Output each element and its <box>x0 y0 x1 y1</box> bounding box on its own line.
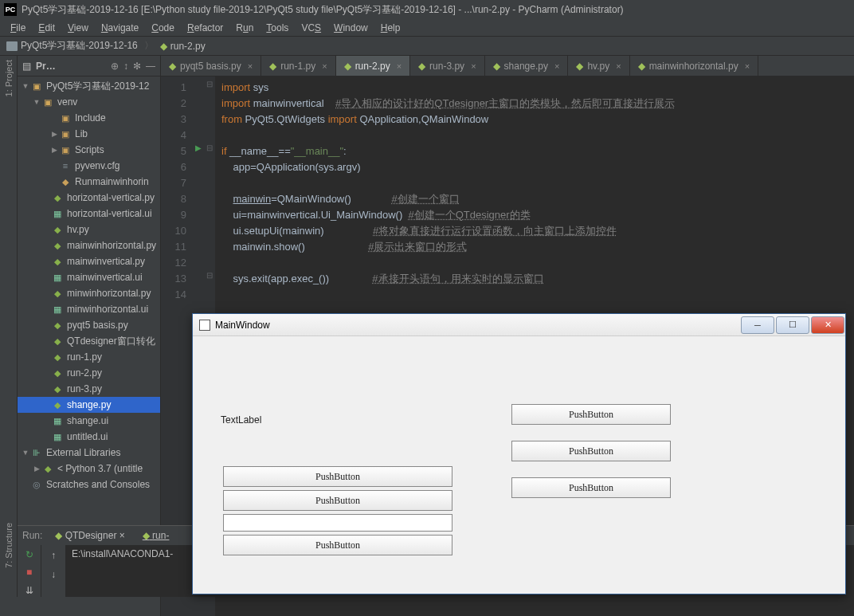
qt-app-icon <box>199 320 210 331</box>
tree-file[interactable]: ◆QTdesigner窗口转化 <box>18 333 160 349</box>
menu-help[interactable]: Help <box>374 21 407 35</box>
hide-icon[interactable]: — <box>146 61 155 72</box>
tree-file[interactable]: ▦untitled.ui <box>18 429 160 445</box>
qt-push-button-3[interactable]: PushButton <box>223 535 452 555</box>
close-tab-icon[interactable]: × <box>397 61 402 71</box>
menu-tools[interactable]: Tools <box>260 21 295 35</box>
pane-icon: ▤ <box>22 61 31 72</box>
qt-push-button-5[interactable]: PushButton <box>511 441 671 461</box>
close-button[interactable]: ✕ <box>811 316 844 334</box>
run-label: Run: <box>22 530 42 541</box>
tree-file[interactable]: ◆pyqt5 basis.py <box>18 317 160 333</box>
run-toolbar-2: ↑ ↓ <box>41 545 65 597</box>
tree-file[interactable]: ▦shange.ui <box>18 413 160 429</box>
tree-file[interactable]: ◆run-1.py <box>18 349 160 365</box>
qt-main-window[interactable]: MainWindow ─ ☐ ✕ TextLabel PushButton Pu… <box>192 313 846 594</box>
collapse-icon[interactable]: ↕ <box>123 61 128 72</box>
editor-tab[interactable]: ◆pyqt5 basis.py× <box>161 56 261 76</box>
tree-lib[interactable]: ▶▣Lib <box>18 126 160 142</box>
tree-file[interactable]: ◆hv.py <box>18 222 160 237</box>
qt-line-edit[interactable] <box>223 514 452 532</box>
tree-pyvenv[interactable]: ≡pyvenv.cfg <box>18 158 160 174</box>
qt-push-button-4[interactable]: PushButton <box>511 404 671 425</box>
qt-push-button-1[interactable]: PushButton <box>223 466 452 487</box>
project-tool-button[interactable]: 1: Project <box>4 60 14 96</box>
menu-vcs[interactable]: VCS <box>295 21 327 35</box>
close-tab-icon[interactable]: × <box>322 61 327 71</box>
app-logo: PC <box>4 3 17 16</box>
editor-tab[interactable]: ◆run-3.py× <box>410 56 484 76</box>
tree-include[interactable]: ▣Include <box>18 110 160 126</box>
down-icon[interactable]: ⇊ <box>22 584 37 597</box>
menu-window[interactable]: Window <box>327 21 374 35</box>
left-tool-gutter: 1: Project 7: Structure <box>0 56 18 616</box>
chevron-right-icon: 〉 <box>144 39 154 53</box>
run-toolbar: ↻ ■ ⇊ <box>18 545 41 597</box>
tree-external-libs[interactable]: ▼⊪External Libraries <box>18 445 160 461</box>
target-icon[interactable]: ⊕ <box>111 61 119 72</box>
menu-file[interactable]: File <box>4 21 32 35</box>
tree-file[interactable]: ▦minwinhorizontal.ui <box>18 301 160 317</box>
python-file-icon: ◆ <box>160 41 167 52</box>
tree-file[interactable]: ◆mainwinvertical.py <box>18 253 160 269</box>
qt-push-button-2[interactable]: PushButton <box>223 490 452 511</box>
breadcrumb-file[interactable]: run-2.py <box>170 41 206 52</box>
tree-scripts[interactable]: ▶▣Scripts <box>18 142 160 158</box>
structure-tool-button[interactable]: 7: Structure <box>4 523 14 568</box>
tree-root[interactable]: ▼▣PyQt5学习基础-2019-12 <box>18 78 160 94</box>
project-panel-title: Pr… <box>36 61 106 72</box>
close-tab-icon[interactable]: × <box>248 61 253 71</box>
rerun-icon[interactable]: ↻ <box>22 548 37 561</box>
folder-icon <box>6 41 18 51</box>
tree-runmain[interactable]: ◆Runmainwinhorin <box>18 174 160 190</box>
run-tab-qtdesigner[interactable]: ◆ QTDesigner × <box>50 528 129 543</box>
qt-window-title: MainWindow <box>215 320 740 331</box>
statusbar-corner <box>0 597 18 616</box>
gear-icon[interactable]: ✻ <box>133 61 141 72</box>
menu-run[interactable]: Run <box>229 21 260 35</box>
tree-file[interactable]: ◆mainwinhorizontal.py <box>18 237 160 253</box>
menu-edit[interactable]: Edit <box>32 21 61 35</box>
tree-python[interactable]: ▶◆< Python 3.7 (untitle <box>18 461 160 477</box>
qt-push-button-6[interactable]: PushButton <box>511 477 671 498</box>
menu-view[interactable]: View <box>61 21 95 35</box>
tree-file[interactable]: ◆run-2.py <box>18 365 160 381</box>
tree-venv[interactable]: ▼▣venv <box>18 94 160 110</box>
tree-file[interactable]: ▦horizontal-vertical.ui <box>18 206 160 222</box>
up-arrow-icon[interactable]: ↑ <box>46 548 61 563</box>
tree-file[interactable]: ▦mainwinvertical.ui <box>18 269 160 285</box>
close-tab-icon[interactable]: × <box>745 61 750 71</box>
tree-file[interactable]: ◆minwinhorizontal.py <box>18 285 160 301</box>
menu-code[interactable]: Code <box>145 21 181 35</box>
tree-file[interactable]: ◆run-3.py <box>18 381 160 397</box>
menu-navigate[interactable]: Navigate <box>95 21 145 35</box>
editor-tab[interactable]: ◆hv.py× <box>568 56 629 76</box>
close-tab-icon[interactable]: × <box>616 61 621 71</box>
tree-scratches[interactable]: ◎Scratches and Consoles <box>18 477 160 492</box>
qt-text-label: TextLabel <box>221 414 261 426</box>
tree-file[interactable]: ◆shange.py <box>18 397 160 413</box>
breadcrumb-bar: PyQt5学习基础-2019-12-16 〉 ◆ run-2.py <box>0 37 854 56</box>
editor-tab[interactable]: ◆mainwinhorizontal.py× <box>630 56 759 76</box>
maximize-button[interactable]: ☐ <box>776 316 809 334</box>
qt-titlebar[interactable]: MainWindow ─ ☐ ✕ <box>193 314 845 336</box>
minimize-button[interactable]: ─ <box>741 316 774 334</box>
editor-tab[interactable]: ◆run-2.py× <box>336 56 410 76</box>
window-titlebar: PC PyQt5学习基础-2019-12-16 [E:\Python study… <box>0 0 854 19</box>
run-tab-run[interactable]: ◆ run- <box>138 528 174 543</box>
down-arrow-icon[interactable]: ↓ <box>46 567 61 582</box>
editor-tab[interactable]: ◆shange.py× <box>485 56 569 76</box>
close-tab-icon[interactable]: × <box>554 61 559 71</box>
stop-icon[interactable]: ■ <box>22 566 37 579</box>
editor-tab[interactable]: ◆run-1.py× <box>261 56 335 76</box>
tree-file[interactable]: ◆horizontal-vertical.py <box>18 190 160 206</box>
window-title: PyQt5学习基础-2019-12-16 [E:\Python study fi… <box>22 3 624 17</box>
menu-refactor[interactable]: Refactor <box>181 21 229 35</box>
breadcrumb-root[interactable]: PyQt5学习基础-2019-12-16 <box>21 39 138 53</box>
close-tab-icon[interactable]: × <box>471 61 476 71</box>
editor-tabs: ◆pyqt5 basis.py×◆run-1.py×◆run-2.py×◆run… <box>161 56 854 77</box>
menubar: File Edit View Navigate Code Refactor Ru… <box>0 19 854 37</box>
